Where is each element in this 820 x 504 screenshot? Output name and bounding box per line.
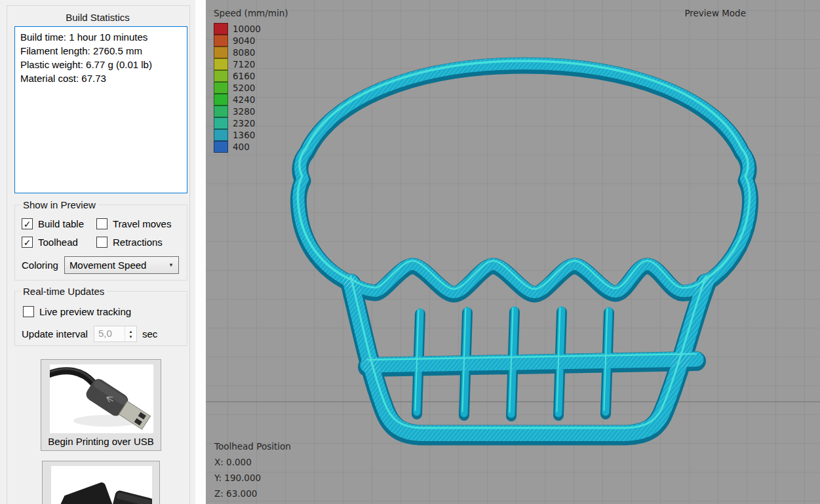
spinner-up-icon[interactable]: ▲ xyxy=(128,329,132,334)
spinner-down-icon[interactable]: ▼ xyxy=(128,334,132,339)
legend-swatch xyxy=(214,47,228,58)
legend-value: 1360 xyxy=(233,130,255,140)
update-interval-row: Update interval 5,0 ▲ ▼ sec xyxy=(22,326,182,342)
legend-value: 2320 xyxy=(233,118,255,128)
coloring-label: Coloring xyxy=(22,260,58,271)
toolhead-position-title: Toolhead Position xyxy=(214,438,291,454)
legend-entry: 10000 xyxy=(214,23,288,35)
unchecked-checkbox-icon[interactable] xyxy=(96,218,107,229)
update-interval-label: Update interval xyxy=(22,328,88,339)
speed-legend: Speed (mm/min) 1000090408080712061605200… xyxy=(214,8,288,153)
slicer-app: Build Statistics Build time: 1 hour 10 m… xyxy=(0,0,820,504)
legend-swatch xyxy=(214,70,228,82)
preview-checkbox-grid: ✓Build tableTravel moves✓ToolheadRetract… xyxy=(22,218,182,248)
build-statistics-panel: Build Statistics Build time: 1 hour 10 m… xyxy=(0,0,195,504)
checked-checkbox-icon[interactable]: ✓ xyxy=(22,218,33,229)
legend-entry: 2320 xyxy=(214,117,288,129)
legend-swatch xyxy=(214,106,228,117)
group-show-in-preview: Show in Preview ✓Build tableTravel moves… xyxy=(14,204,187,281)
legend-value: 5200 xyxy=(233,83,255,93)
update-interval-unit: sec xyxy=(142,328,157,339)
checkbox-toolhead[interactable]: ✓Toolhead xyxy=(22,237,96,248)
legend-swatch xyxy=(214,117,228,129)
legend-value: 3280 xyxy=(233,106,255,117)
legend-entry: 3280 xyxy=(214,106,288,117)
legend-entry: 1360 xyxy=(214,129,288,141)
begin-printing-usb-button[interactable]: Begin Printing over USB xyxy=(41,359,161,451)
toolhead-y: Y: 190.000 xyxy=(214,470,291,486)
update-interval-spinner[interactable]: 5,0 ▲ ▼ xyxy=(94,326,137,342)
coloring-value: Movement Speed xyxy=(69,260,168,271)
legend-swatch xyxy=(214,94,228,106)
spinner-buttons[interactable]: ▲ ▼ xyxy=(125,326,136,341)
coloring-dropdown[interactable]: Movement Speed ▼ xyxy=(64,256,179,274)
legend-entry: 8080 xyxy=(214,47,288,58)
legend-value: 400 xyxy=(233,142,250,152)
unchecked-checkbox-icon[interactable] xyxy=(23,306,34,317)
legend-entry: 9040 xyxy=(214,35,288,47)
legend-swatch xyxy=(214,141,228,153)
group-title: Show in Preview xyxy=(20,199,98,210)
legend-entry: 400 xyxy=(214,141,288,153)
group-title: Real-time Updates xyxy=(20,286,107,297)
legend-entry: 6160 xyxy=(214,70,288,82)
legend-entry: 5200 xyxy=(214,82,288,94)
build-stats-box: Build time: 1 hour 10 minutesFilament le… xyxy=(14,26,187,193)
checkbox-live-preview-tracking[interactable]: Live preview tracking xyxy=(23,306,131,317)
legend-value: 10000 xyxy=(233,24,261,34)
page-title: Build Statistics xyxy=(0,12,195,23)
legend-value: 6160 xyxy=(233,71,255,81)
muffin-cookie-cutter-model xyxy=(206,0,820,504)
viewport-3d[interactable]: Speed (mm/min) 1000090408080712061605200… xyxy=(206,0,820,504)
legend-swatch xyxy=(214,58,228,70)
legend-swatch xyxy=(214,82,228,94)
checked-checkbox-icon[interactable]: ✓ xyxy=(22,237,33,248)
legend-title: Speed (mm/min) xyxy=(214,8,288,18)
legend-swatch xyxy=(214,23,228,35)
stat-line: Filament length: 2760.5 mm xyxy=(20,44,182,58)
checkbox-label: Live preview tracking xyxy=(39,306,131,317)
stat-line: Material cost: 67.73 xyxy=(20,71,182,85)
usb-cable-image xyxy=(50,364,153,433)
coloring-row: Coloring Movement Speed ▼ xyxy=(22,256,187,274)
toolhead-position-block: Toolhead Position X: 0.000 Y: 190.000 Z:… xyxy=(214,438,291,501)
panel-divider xyxy=(195,0,206,504)
group-realtime-updates: Real-time Updates Live preview tracking … xyxy=(14,291,187,346)
checkbox-label: Toolhead xyxy=(38,237,78,248)
checkbox-travel-moves[interactable]: Travel moves xyxy=(96,218,182,229)
checkbox-label: Retractions xyxy=(113,237,163,248)
legend-entry: 4240 xyxy=(214,94,288,106)
unchecked-checkbox-icon[interactable] xyxy=(96,237,107,248)
legend-value: 4240 xyxy=(233,94,255,105)
checkbox-label: Build table xyxy=(38,218,84,229)
stat-line: Build time: 1 hour 10 minutes xyxy=(20,30,182,44)
legend-swatch xyxy=(214,35,228,47)
preview-mode-label: Preview Mode xyxy=(684,8,746,18)
legend-swatch xyxy=(214,129,228,141)
legend-value: 8080 xyxy=(233,47,255,58)
usb-button-label: Begin Printing over USB xyxy=(41,436,161,447)
checkbox-retractions[interactable]: Retractions xyxy=(96,237,182,248)
stat-line: Plastic weight: 6.77 g (0.01 lb) xyxy=(20,58,182,71)
legend-value: 7120 xyxy=(233,59,255,69)
update-interval-value[interactable]: 5,0 xyxy=(94,326,125,341)
legend-value: 9040 xyxy=(233,35,255,46)
toolhead-z: Z: 63.000 xyxy=(214,486,291,501)
legend-rows: 1000090408080712061605200424032802320136… xyxy=(214,23,288,153)
sd-card-print-button[interactable] xyxy=(42,461,160,504)
sd-cards-image xyxy=(51,466,152,504)
toolhead-x: X: 0.000 xyxy=(214,454,291,470)
realtime-checkbox-slot: Live preview tracking xyxy=(23,306,131,317)
checkbox-label: Travel moves xyxy=(113,218,171,229)
legend-entry: 7120 xyxy=(214,58,288,70)
dropdown-arrow-icon[interactable]: ▼ xyxy=(168,262,174,268)
checkbox-build-table[interactable]: ✓Build table xyxy=(22,218,96,229)
